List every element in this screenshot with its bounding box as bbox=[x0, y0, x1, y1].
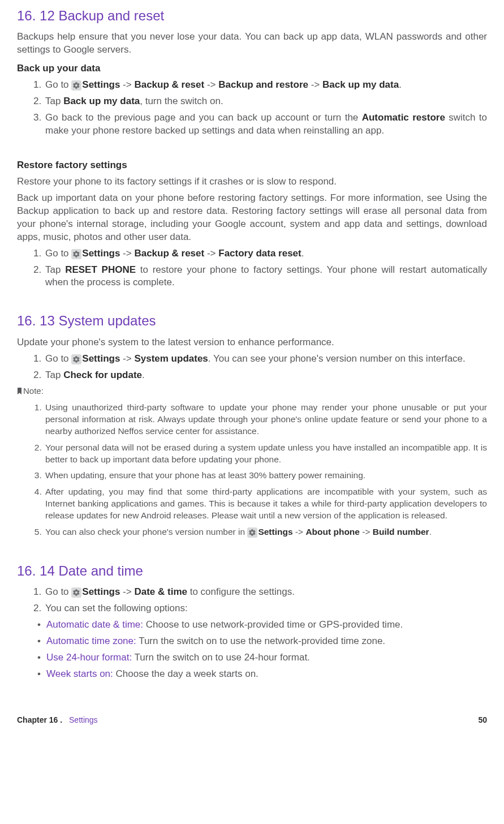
text: Tap bbox=[45, 96, 63, 106]
heading-system-updates: 16. 13 System updates bbox=[17, 312, 487, 330]
text: -> bbox=[120, 586, 134, 597]
text: Back up my data bbox=[63, 96, 140, 106]
heading-backup-reset: 16. 12 Backup and reset bbox=[17, 7, 487, 25]
text: Tap bbox=[45, 370, 63, 380]
updates-intro: Update your phone's system to the latest… bbox=[17, 336, 487, 349]
text: -> bbox=[204, 248, 218, 259]
text: Factory data reset bbox=[218, 248, 301, 259]
text: Settings bbox=[258, 527, 292, 537]
note-4: After updating, you may find that some t… bbox=[44, 486, 487, 522]
text: Turn the switch on to use 24-hour format… bbox=[132, 652, 310, 663]
settings-icon bbox=[247, 527, 257, 538]
term: Use 24-hour format: bbox=[46, 652, 132, 663]
heading-date-time: 16. 14 Date and time bbox=[17, 562, 487, 580]
option-auto-datetime: Automatic date & time: Choose to use net… bbox=[46, 619, 487, 632]
text: Automatic restore bbox=[362, 112, 445, 123]
text: -> bbox=[360, 527, 373, 537]
text: Date & time bbox=[134, 586, 187, 597]
text: , turn the switch on. bbox=[140, 96, 223, 106]
text: Settings bbox=[82, 353, 120, 364]
option-24hour: Use 24-hour format: Turn the switch on t… bbox=[46, 651, 487, 664]
text: . bbox=[399, 79, 402, 90]
backup-steps-list: Go to Settings -> Backup & reset -> Back… bbox=[17, 79, 487, 138]
settings-icon bbox=[71, 249, 81, 259]
term: Automatic date & time: bbox=[46, 619, 143, 630]
text: Back up my data bbox=[322, 79, 399, 90]
text: Tap bbox=[45, 264, 65, 275]
datetime-step-2: You can set the following options: Autom… bbox=[44, 602, 487, 681]
text: Backup & reset bbox=[134, 79, 204, 90]
page-footer: Chapter 16 . Settings 50 bbox=[17, 715, 487, 726]
text: RESET PHONE bbox=[65, 264, 136, 275]
text: . You can see your phone's version numbe… bbox=[208, 353, 466, 364]
text: System updates bbox=[134, 353, 208, 364]
text: Settings bbox=[82, 248, 120, 259]
option-auto-timezone: Automatic time zone: Turn the switch on … bbox=[46, 635, 487, 648]
text: You can also check your phone's version … bbox=[45, 527, 247, 537]
note-2: Your personal data will not be erased du… bbox=[44, 442, 487, 466]
text: . bbox=[142, 370, 145, 380]
text: Go to bbox=[45, 353, 71, 364]
datetime-options-list: Automatic date & time: Choose to use net… bbox=[45, 619, 487, 681]
text: Go back to the previous page and you can… bbox=[45, 112, 362, 123]
text: You can set the following options: bbox=[45, 603, 188, 613]
note-5: You can also check your phone's version … bbox=[44, 526, 487, 538]
text: . bbox=[429, 527, 432, 537]
text: About phone bbox=[305, 527, 360, 537]
backup-intro: Backups help ensure that you never lose … bbox=[17, 31, 487, 57]
backup-step-3: Go back to the previous page and you can… bbox=[44, 111, 487, 138]
notes-list: Using unauthorized third-party software … bbox=[17, 402, 487, 538]
note-1: Using unauthorized third-party software … bbox=[44, 402, 487, 437]
note-3: When updating, ensure that your phone ha… bbox=[44, 470, 487, 482]
text: Note: bbox=[23, 386, 44, 396]
text: Go to bbox=[45, 248, 71, 259]
settings-icon bbox=[71, 80, 81, 91]
text: Choose the day a week starts on. bbox=[113, 668, 259, 679]
text: -> bbox=[308, 79, 322, 90]
text: to configure the settings. bbox=[187, 586, 295, 597]
term: Week starts on: bbox=[46, 668, 113, 679]
text: Backup & reset bbox=[134, 248, 204, 259]
text: Turn the switch on to use the network-pr… bbox=[136, 636, 385, 646]
bookmark-icon bbox=[17, 386, 22, 397]
settings-icon bbox=[71, 587, 81, 598]
restore-para-1: Restore your phone to its factory settin… bbox=[17, 175, 487, 188]
text: Choose to use network-provided time or G… bbox=[143, 619, 403, 630]
datetime-step-1: Go to Settings -> Date & time to configu… bbox=[44, 586, 487, 599]
text: -> bbox=[293, 527, 306, 537]
text: -> bbox=[120, 79, 134, 90]
subheading-backup-your-data: Back up your data bbox=[17, 62, 487, 75]
text: Settings bbox=[82, 586, 120, 597]
updates-step-1: Go to Settings -> System updates. You ca… bbox=[44, 353, 487, 366]
text: Check for update bbox=[63, 370, 142, 380]
footer-page-number: 50 bbox=[478, 715, 487, 726]
text: -> bbox=[120, 353, 134, 364]
text: Settings bbox=[82, 79, 120, 90]
term: Automatic time zone: bbox=[46, 636, 136, 646]
footer-section: Settings bbox=[69, 715, 98, 724]
option-week-start: Week starts on: Choose the day a week st… bbox=[46, 668, 487, 681]
text: -> bbox=[120, 248, 134, 259]
text: Go to bbox=[45, 586, 71, 597]
datetime-steps-list: Go to Settings -> Date & time to configu… bbox=[17, 586, 487, 681]
text: -> bbox=[204, 79, 218, 90]
restore-step-2: Tap RESET PHONE to restore your phone to… bbox=[44, 264, 487, 290]
footer-left: Chapter 16 . Settings bbox=[17, 715, 98, 726]
footer-chapter: Chapter 16 . bbox=[17, 715, 62, 724]
text: Build number bbox=[373, 527, 429, 537]
updates-step-2: Tap Check for update. bbox=[44, 369, 487, 382]
backup-step-1: Go to Settings -> Backup & reset -> Back… bbox=[44, 79, 487, 92]
note-label: Note: bbox=[17, 385, 487, 397]
settings-icon bbox=[71, 354, 81, 364]
text: Go to bbox=[45, 79, 71, 90]
text: Backup and restore bbox=[218, 79, 308, 90]
restore-steps-list: Go to Settings -> Backup & reset -> Fact… bbox=[17, 247, 487, 290]
backup-step-2: Tap Back up my data, turn the switch on. bbox=[44, 95, 487, 108]
restore-para-2: Back up important data on your phone bef… bbox=[17, 192, 487, 244]
updates-steps-list: Go to Settings -> System updates. You ca… bbox=[17, 353, 487, 382]
restore-step-1: Go to Settings -> Backup & reset -> Fact… bbox=[44, 247, 487, 260]
subheading-restore-factory: Restore factory settings bbox=[17, 159, 487, 172]
text: . bbox=[301, 248, 304, 259]
